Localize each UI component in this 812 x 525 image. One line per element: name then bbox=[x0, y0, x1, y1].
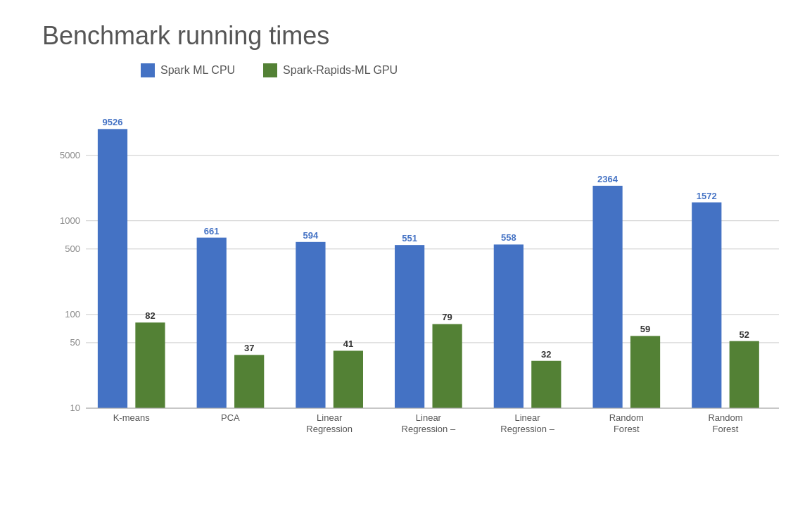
svg-text:Random: Random bbox=[708, 412, 742, 423]
svg-text:K-means: K-means bbox=[113, 412, 151, 423]
svg-rect-51 bbox=[730, 341, 759, 408]
chart-svg: 105010050010005000952682K-means66137PCA5… bbox=[42, 91, 798, 436]
legend-item-cpu: Spark ML CPU bbox=[141, 63, 235, 77]
svg-text:9526: 9526 bbox=[103, 117, 123, 127]
svg-text:558: 558 bbox=[501, 232, 516, 243]
svg-text:Forest: Forest bbox=[614, 424, 640, 434]
svg-text:Ridge: Ridge bbox=[516, 435, 540, 436]
svg-text:Classifier: Classifier bbox=[608, 435, 646, 436]
svg-text:100: 100 bbox=[65, 309, 80, 320]
legend-box-gpu bbox=[263, 63, 277, 77]
svg-text:Linear: Linear bbox=[515, 412, 541, 423]
svg-rect-28 bbox=[395, 245, 424, 408]
svg-rect-24 bbox=[334, 350, 363, 408]
svg-text:2364: 2364 bbox=[597, 174, 618, 184]
legend-label-cpu: Spark ML CPU bbox=[160, 64, 235, 77]
svg-text:500: 500 bbox=[65, 243, 80, 254]
svg-rect-49 bbox=[692, 203, 721, 408]
svg-text:Regression –: Regression – bbox=[402, 424, 456, 434]
svg-text:PCA: PCA bbox=[221, 412, 240, 423]
svg-text:32: 32 bbox=[541, 349, 551, 360]
svg-rect-35 bbox=[494, 244, 524, 408]
svg-text:50: 50 bbox=[70, 337, 80, 348]
svg-rect-37 bbox=[531, 361, 561, 408]
svg-text:594: 594 bbox=[303, 230, 319, 241]
legend-label-gpu: Spark-Rapids-ML GPU bbox=[283, 64, 398, 77]
svg-text:52: 52 bbox=[740, 329, 749, 340]
svg-text:Regressor: Regressor bbox=[704, 435, 747, 436]
svg-rect-44 bbox=[630, 336, 660, 408]
svg-text:41: 41 bbox=[343, 339, 353, 349]
svg-text:Linear: Linear bbox=[317, 412, 343, 423]
svg-rect-22 bbox=[296, 242, 325, 408]
svg-rect-42 bbox=[592, 186, 622, 408]
svg-text:Forest: Forest bbox=[713, 424, 739, 434]
chart-container: Benchmark running times Spark ML CPU Spa… bbox=[0, 0, 812, 525]
svg-text:Linear: Linear bbox=[416, 412, 442, 423]
svg-text:82: 82 bbox=[145, 310, 155, 321]
legend-item-gpu: Spark-Rapids-ML GPU bbox=[263, 63, 398, 77]
svg-text:ElasticNet: ElasticNet bbox=[408, 435, 450, 436]
svg-text:10: 10 bbox=[70, 403, 80, 413]
svg-text:79: 79 bbox=[442, 312, 452, 322]
svg-text:Regression: Regression bbox=[306, 424, 353, 434]
svg-rect-14 bbox=[135, 322, 165, 408]
svg-text:59: 59 bbox=[640, 324, 650, 334]
svg-text:1572: 1572 bbox=[697, 191, 717, 201]
svg-text:551: 551 bbox=[402, 233, 417, 243]
legend-box-cpu bbox=[141, 63, 155, 77]
svg-rect-19 bbox=[234, 355, 264, 408]
svg-text:Regression –: Regression – bbox=[500, 424, 554, 434]
svg-text:Random: Random bbox=[609, 412, 644, 423]
legend: Spark ML CPU Spark-Rapids-ML GPU bbox=[141, 63, 798, 77]
svg-text:37: 37 bbox=[244, 343, 254, 353]
chart-title: Benchmark running times bbox=[42, 21, 798, 51]
svg-rect-12 bbox=[98, 129, 127, 408]
svg-text:661: 661 bbox=[204, 226, 220, 236]
svg-text:5000: 5000 bbox=[60, 150, 80, 160]
chart-area: 105010050010005000952682K-means66137PCA5… bbox=[42, 91, 798, 436]
svg-text:1000: 1000 bbox=[60, 215, 80, 226]
svg-rect-17 bbox=[197, 238, 227, 408]
svg-rect-30 bbox=[433, 324, 462, 408]
